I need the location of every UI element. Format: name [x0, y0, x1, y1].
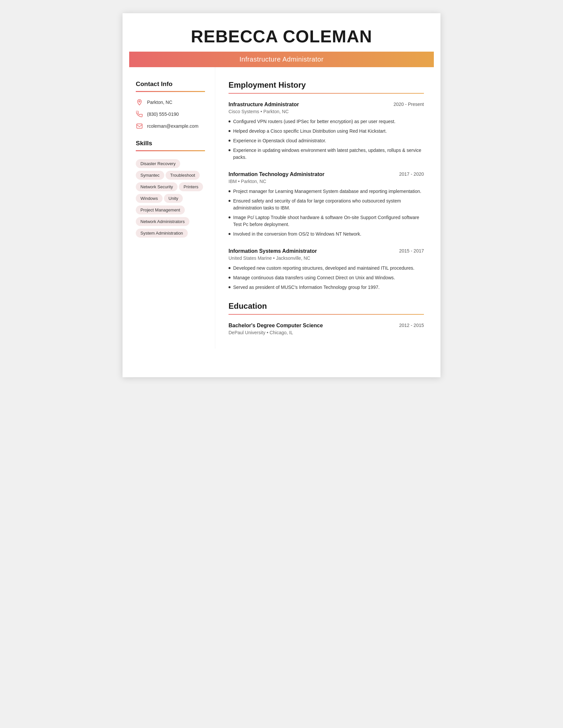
education-container: Bachelor's Degree Computer Science2012 -…	[228, 323, 424, 335]
job-bullet-item: Ensured safety and security of data for …	[228, 198, 424, 211]
skill-tag: Project Management	[136, 205, 185, 214]
education-divider	[228, 314, 424, 315]
bullet-text: Helped develop a Cisco specific Linux Di…	[233, 128, 387, 135]
bullet-dot	[228, 200, 230, 202]
job-dates: 2020 - Present	[394, 102, 424, 107]
contact-section-title: Contact Info	[136, 80, 205, 88]
employment-divider	[228, 93, 424, 94]
skills-section: Skills Disaster RecoverySymantecTroubles…	[136, 140, 205, 239]
bullet-dot	[228, 233, 230, 235]
bullet-dot	[228, 140, 230, 142]
job-bullet-item: Manage continuous data transfers using C…	[228, 274, 424, 281]
job-entry: Information Technology Administrator2017…	[228, 171, 424, 238]
job-bullet-item: Image Pc/ Laptop Trouble shoot hardware …	[228, 214, 424, 228]
job-bullet-item: Involved in the conversion from OS/2 to …	[228, 231, 424, 238]
right-content: Employment History Infrastructure Admini…	[215, 67, 441, 348]
job-dates: 2015 - 2017	[399, 248, 424, 253]
skill-tag: Network Administrators	[136, 217, 189, 226]
bullet-dot	[228, 149, 230, 151]
contact-location: Parkton, NC	[136, 99, 205, 106]
bullet-dot	[228, 286, 230, 288]
phone-text: (830) 555-0190	[147, 112, 179, 117]
job-header: Information Systems Administrator2015 - …	[228, 248, 424, 254]
skill-tag: Network Security	[136, 182, 177, 191]
location-icon	[136, 99, 143, 106]
location-text: Parkton, NC	[147, 100, 172, 105]
job-bullet-item: Configured VPN routers (used IPSec for b…	[228, 118, 424, 125]
bullet-text: Experience in updating windows environme…	[233, 147, 424, 161]
header: REBECCA COLEMAN Infrastructure Administr…	[122, 13, 441, 67]
bullet-dot	[228, 267, 230, 269]
skills-tags-container: Disaster RecoverySymantecTroubleshootNet…	[136, 158, 205, 239]
job-bullet-item: Experience in updating windows environme…	[228, 147, 424, 161]
employment-section: Employment History Infrastructure Admini…	[228, 80, 424, 291]
skill-tag: Printers	[179, 182, 203, 191]
jobs-container: Infrastructure Administrator2020 - Prese…	[228, 102, 424, 291]
candidate-name: REBECCA COLEMAN	[129, 26, 434, 46]
bullet-text: Configured VPN routers (used IPSec for b…	[233, 118, 396, 125]
bullet-text: Image Pc/ Laptop Trouble shoot hardware …	[233, 214, 424, 228]
job-entry: Infrastructure Administrator2020 - Prese…	[228, 102, 424, 161]
bullet-text: Developed new custom reporting structure…	[233, 265, 414, 272]
bullet-text: Experience in Openstack cloud administra…	[233, 137, 326, 144]
bullet-text: Served as president of MUSC's Informatio…	[233, 284, 380, 291]
sidebar: Contact Info Parkton, NC	[122, 67, 215, 348]
job-bullets: Project manager for Learning Management …	[228, 188, 424, 238]
skill-tag: Unity	[164, 194, 183, 203]
edu-dates: 2012 - 2015	[399, 323, 424, 328]
bullet-dot	[228, 190, 230, 192]
edu-school: DePaul University • Chicago, IL	[228, 330, 424, 335]
phone-icon	[136, 111, 143, 118]
skill-tag: Disaster Recovery	[136, 159, 180, 168]
job-entry: Information Systems Administrator2015 - …	[228, 248, 424, 291]
job-bullet-item: Helped develop a Cisco specific Linux Di…	[228, 128, 424, 135]
education-section: Education Bachelor's Degree Computer Sci…	[228, 301, 424, 335]
job-header: Information Technology Administrator2017…	[228, 171, 424, 177]
job-bullet-item: Project manager for Learning Management …	[228, 188, 424, 195]
resume-page: REBECCA COLEMAN Infrastructure Administr…	[122, 13, 441, 377]
skill-tag: System Administration	[136, 229, 188, 238]
bullet-dot	[228, 216, 230, 218]
contact-email: rcoleman@example.com	[136, 122, 205, 130]
job-title: Infrastructure Administrator	[239, 56, 324, 63]
svg-point-0	[139, 101, 140, 102]
bullet-dot	[228, 130, 230, 132]
job-dates: 2017 - 2020	[399, 171, 424, 177]
contact-phone: (830) 555-0190	[136, 111, 205, 118]
job-bullets: Configured VPN routers (used IPSec for b…	[228, 118, 424, 161]
job-bullets: Developed new custom reporting structure…	[228, 265, 424, 291]
employment-section-title: Employment History	[228, 80, 424, 90]
skills-section-title: Skills	[136, 140, 205, 147]
skill-tag: Symantec	[136, 171, 164, 180]
main-content: Contact Info Parkton, NC	[122, 67, 441, 348]
contact-section: Contact Info Parkton, NC	[136, 80, 205, 130]
skill-tag: Windows	[136, 194, 163, 203]
edu-entry: Bachelor's Degree Computer Science2012 -…	[228, 323, 424, 335]
email-text: rcoleman@example.com	[147, 123, 198, 129]
job-company: United States Marine • Jacksonville, NC	[228, 255, 424, 261]
email-icon	[136, 122, 143, 130]
bullet-text: Ensured safety and security of data for …	[233, 198, 424, 211]
bullet-text: Involved in the conversion from OS/2 to …	[233, 231, 361, 238]
job-company: Cisco Systems • Parkton, NC	[228, 109, 424, 114]
job-bullet-item: Developed new custom reporting structure…	[228, 265, 424, 272]
svg-rect-1	[137, 124, 142, 128]
bullet-dot	[228, 277, 230, 279]
edu-header: Bachelor's Degree Computer Science2012 -…	[228, 323, 424, 329]
job-title: Information Technology Administrator	[228, 171, 325, 177]
title-bar: Infrastructure Administrator	[129, 52, 434, 67]
job-header: Infrastructure Administrator2020 - Prese…	[228, 102, 424, 108]
contact-divider	[136, 91, 205, 92]
skills-divider	[136, 150, 205, 151]
job-company: IBM • Parkton, NC	[228, 179, 424, 184]
job-bullet-item: Served as president of MUSC's Informatio…	[228, 284, 424, 291]
job-title: Information Systems Administrator	[228, 248, 317, 254]
job-title: Infrastructure Administrator	[228, 102, 299, 108]
bullet-text: Manage continuous data transfers using C…	[233, 274, 395, 281]
job-bullet-item: Experience in Openstack cloud administra…	[228, 137, 424, 144]
edu-degree: Bachelor's Degree Computer Science	[228, 323, 323, 329]
bullet-text: Project manager for Learning Management …	[233, 188, 421, 195]
education-section-title: Education	[228, 301, 424, 311]
skill-tag: Troubleshoot	[165, 171, 200, 180]
bullet-dot	[228, 120, 230, 122]
